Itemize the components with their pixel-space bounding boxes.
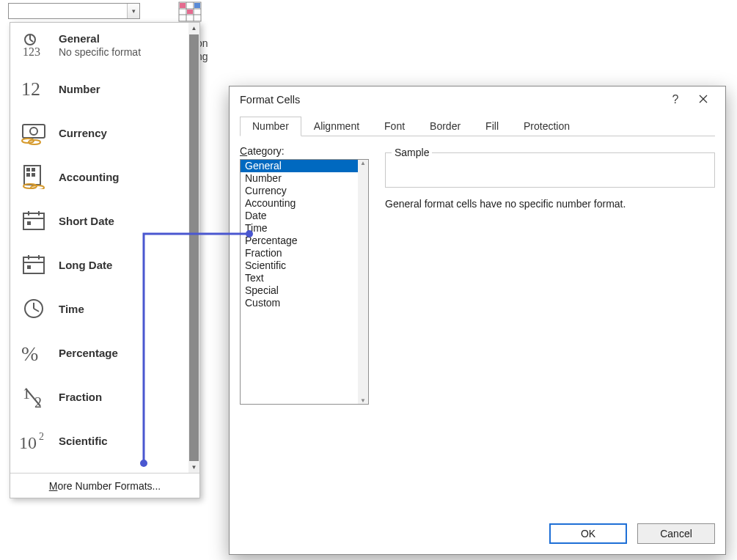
general-icon: 123 xyxy=(19,32,48,57)
category-scrollbar[interactable]: ▲▼ xyxy=(358,160,368,404)
svg-text:2: 2 xyxy=(39,431,44,442)
category-special[interactable]: Special xyxy=(241,284,368,297)
format-cells-dialog: Format Cells ? NumberAlignmentFontBorder… xyxy=(229,86,726,555)
format-option-percentage[interactable]: % Percentage xyxy=(10,331,199,375)
tab-protection[interactable]: Protection xyxy=(511,117,582,136)
category-fraction[interactable]: Fraction xyxy=(241,247,368,259)
category-label: Category: xyxy=(240,145,369,157)
currency-icon xyxy=(19,120,48,145)
format-option-accounting[interactable]: Accounting xyxy=(10,155,199,199)
category-percentage[interactable]: Percentage xyxy=(241,235,368,247)
svg-rect-5 xyxy=(180,3,186,8)
svg-rect-13 xyxy=(23,125,45,138)
svg-rect-33 xyxy=(27,265,31,269)
close-button[interactable] xyxy=(689,94,718,106)
format-option-short-date[interactable]: Short Date xyxy=(10,199,199,243)
category-text[interactable]: Text xyxy=(241,272,368,284)
scientific-icon: 102 xyxy=(19,428,48,453)
svg-rect-29 xyxy=(23,257,44,273)
svg-point-23 xyxy=(31,185,44,189)
category-number[interactable]: Number xyxy=(241,172,368,185)
fraction-icon: 12 xyxy=(19,384,48,409)
svg-text:1: 1 xyxy=(23,386,30,402)
format-option-currency[interactable]: Currency xyxy=(10,111,199,155)
category-date[interactable]: Date xyxy=(241,210,368,222)
format-option-fraction[interactable]: 12 Fraction xyxy=(10,375,199,419)
format-option-general[interactable]: 123 GeneralNo specific format xyxy=(10,23,199,67)
svg-text:2: 2 xyxy=(34,394,42,409)
svg-line-36 xyxy=(34,309,39,312)
svg-rect-20 xyxy=(26,173,30,177)
tab-number[interactable]: Number xyxy=(240,117,301,136)
category-time[interactable]: Time xyxy=(241,222,368,235)
format-description: General format cells have no specific nu… xyxy=(385,198,715,210)
format-option-time[interactable]: Time xyxy=(10,287,199,331)
svg-line-10 xyxy=(30,40,33,42)
tab-alignment[interactable]: Alignment xyxy=(301,117,372,136)
help-button[interactable]: ? xyxy=(662,93,689,106)
sample-label: Sample xyxy=(392,147,432,158)
category-list[interactable]: GeneralNumberCurrencyAccountingDateTimeP… xyxy=(240,159,369,405)
dialog-title: Format Cells xyxy=(240,94,300,106)
number-icon: 12 xyxy=(19,76,48,101)
scroll-up-arrow[interactable]: ▲ xyxy=(188,23,199,34)
accounting-icon xyxy=(19,164,48,189)
svg-rect-21 xyxy=(32,173,35,177)
svg-rect-18 xyxy=(26,168,30,172)
svg-text:123: 123 xyxy=(23,45,40,57)
category-currency[interactable]: Currency xyxy=(241,185,368,197)
number-format-combo[interactable]: ▾ xyxy=(8,3,140,19)
format-option-number[interactable]: 12 Number xyxy=(10,67,199,111)
scroll-down-arrow[interactable]: ▼ xyxy=(188,462,199,473)
number-format-dropdown: 123 GeneralNo specific format12 Number C… xyxy=(10,22,200,498)
dropdown-scrollbar[interactable]: ▲ ▼ xyxy=(188,23,199,473)
percentage-icon: % xyxy=(19,340,48,365)
svg-text:12: 12 xyxy=(21,78,40,100)
tab-border[interactable]: Border xyxy=(417,117,473,136)
svg-point-14 xyxy=(30,128,37,135)
time-icon xyxy=(19,296,48,321)
format-option-long-date[interactable]: Long Date xyxy=(10,243,199,287)
dialog-titlebar: Format Cells ? xyxy=(230,86,725,113)
sample-box: Sample xyxy=(385,152,715,188)
ok-button[interactable]: OK xyxy=(549,523,627,544)
shortdate-icon xyxy=(19,208,48,233)
svg-rect-7 xyxy=(194,3,200,8)
category-general[interactable]: General xyxy=(241,160,368,172)
tab-fill[interactable]: Fill xyxy=(473,117,511,136)
svg-rect-24 xyxy=(23,213,44,229)
svg-rect-28 xyxy=(27,221,31,225)
longdate-icon xyxy=(19,252,48,277)
svg-text:%: % xyxy=(21,342,38,365)
svg-text:10: 10 xyxy=(19,433,37,452)
category-accounting[interactable]: Accounting xyxy=(241,197,368,210)
tab-font[interactable]: Font xyxy=(372,117,417,136)
format-option-scientific[interactable]: 102 Scientific xyxy=(10,419,199,463)
svg-rect-19 xyxy=(32,168,35,172)
svg-rect-6 xyxy=(187,10,193,14)
dialog-tabs: NumberAlignmentFontBorderFillProtection xyxy=(240,116,715,136)
scroll-thumb[interactable] xyxy=(189,34,199,461)
cancel-button[interactable]: Cancel xyxy=(637,523,715,544)
combo-dropdown-arrow[interactable]: ▾ xyxy=(127,4,139,18)
more-number-formats[interactable]: More Number Formats... xyxy=(10,473,199,498)
category-scientific[interactable]: Scientific xyxy=(241,259,368,272)
category-custom[interactable]: Custom xyxy=(241,297,368,309)
